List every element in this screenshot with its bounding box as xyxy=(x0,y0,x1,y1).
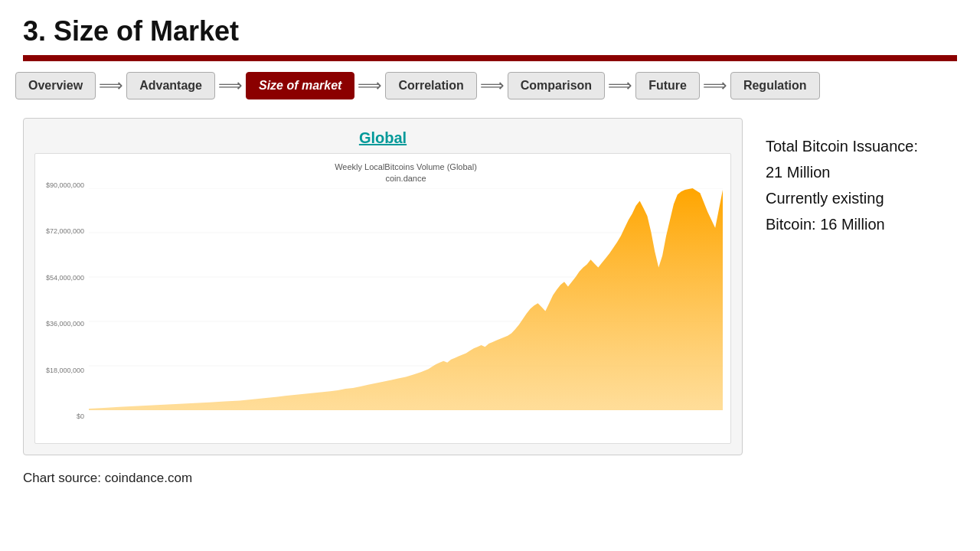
nav-arrow-4: ⟹ xyxy=(477,76,508,96)
main-content: Global Weekly LocalBitcoins Volume (Glob… xyxy=(0,110,980,463)
side-info-line1: Total Bitcoin Issuance: xyxy=(766,138,918,155)
page-title: 3. Size of Market xyxy=(0,0,980,55)
nav-arrow-5: ⟹ xyxy=(605,76,635,96)
nav-arrow-3: ⟹ xyxy=(354,76,385,96)
y-label-72: $72,000,000 xyxy=(46,227,84,235)
red-bar xyxy=(23,55,957,61)
y-label-54: $54,000,000 xyxy=(46,274,84,282)
nav-item-correlation[interactable]: Correlation xyxy=(385,72,476,99)
y-label-36: $36,000,000 xyxy=(46,320,84,328)
side-info-line3: Currently existing xyxy=(766,190,884,207)
y-axis-labels: $90,000,000 $72,000,000 $54,000,000 $36,… xyxy=(35,181,87,420)
y-label-90: $90,000,000 xyxy=(46,181,84,189)
nav-arrow-6: ⟹ xyxy=(700,76,730,96)
nav-arrow-2: ⟹ xyxy=(215,76,246,96)
nav-arrow-1: ⟹ xyxy=(96,76,126,96)
nav-item-future[interactable]: Future xyxy=(635,72,700,99)
y-label-18: $18,000,000 xyxy=(46,367,84,374)
y-label-0: $0 xyxy=(77,412,84,420)
nav-item-comparison[interactable]: Comparison xyxy=(508,72,605,99)
chart-heading: Weekly LocalBitcoins Volume (Global) coi… xyxy=(89,161,723,185)
side-info-line2: 21 Million xyxy=(766,164,830,181)
nav-item-advantage[interactable]: Advantage xyxy=(126,72,215,99)
chart-source: Chart source: coindance.com xyxy=(0,463,980,494)
nav-item-size-of-market[interactable]: Size of market xyxy=(246,72,354,99)
chart-tab-global[interactable]: Global xyxy=(34,129,731,147)
chart-svg xyxy=(89,188,723,410)
chart-container: Global Weekly LocalBitcoins Volume (Glob… xyxy=(23,118,743,455)
side-info: Total Bitcoin Issuance: 21 Million Curre… xyxy=(758,118,957,455)
nav-item-overview[interactable]: Overview xyxy=(15,72,96,99)
nav-bar: Overview ⟹ Advantage ⟹ Size of market ⟹ … xyxy=(0,61,980,110)
nav-item-regulation[interactable]: Regulation xyxy=(730,72,820,99)
chart-inner: Weekly LocalBitcoins Volume (Global) coi… xyxy=(34,153,731,444)
side-info-line4: Bitcoin: 16 Million xyxy=(766,216,885,233)
